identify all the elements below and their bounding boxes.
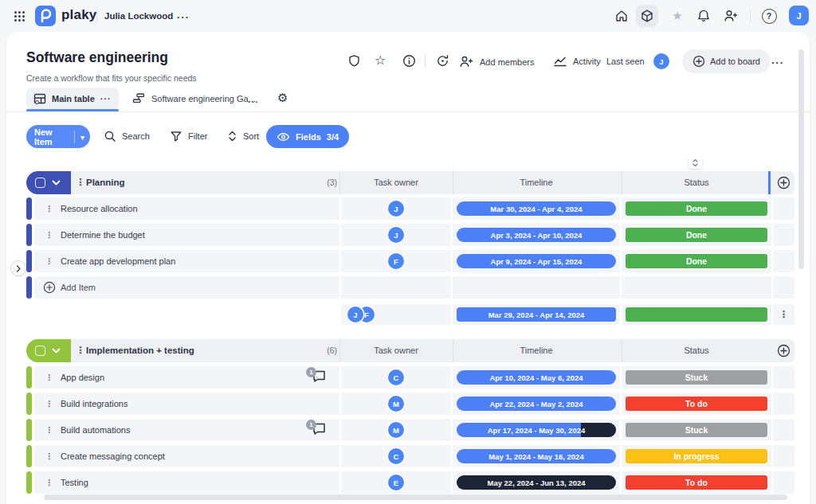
boards-cube-icon[interactable] <box>636 5 658 27</box>
sidebar-expand-button[interactable] <box>10 260 26 276</box>
drag-handle-icon[interactable] <box>45 398 53 409</box>
add-to-board-button[interactable]: Add to board <box>682 49 771 73</box>
tab-gantt[interactable]: Software engineering Ga... <box>132 92 256 104</box>
favorites-star-icon[interactable] <box>666 5 688 27</box>
item-name[interactable]: Create app development plan <box>61 256 175 266</box>
owner-avatar[interactable]: C <box>388 369 404 385</box>
logo-wordmark[interactable]: plaky <box>61 7 96 23</box>
column-header-status[interactable]: Status <box>622 346 771 355</box>
owner-avatar[interactable]: C <box>388 448 404 464</box>
board-more-button[interactable] <box>771 55 784 69</box>
timeline-pill[interactable]: Apr 22, 2024 - May 2, 2024 <box>457 397 616 411</box>
filter-button[interactable]: Filter <box>170 130 207 143</box>
board-title[interactable]: Software engineering <box>26 49 168 66</box>
drag-handle-icon[interactable] <box>45 372 53 383</box>
add-column-button[interactable] <box>773 339 794 362</box>
status-pill[interactable]: Stuck <box>626 370 767 385</box>
column-sort-control[interactable] <box>688 157 702 169</box>
owner-avatar[interactable]: J <box>388 201 404 217</box>
comment-icon[interactable]: 1 <box>309 369 330 386</box>
column-header-status[interactable]: Status <box>622 178 771 187</box>
item-name[interactable]: Build integrations <box>61 399 128 408</box>
add-column-button[interactable] <box>773 171 794 194</box>
drag-handle-icon[interactable] <box>76 177 85 188</box>
add-members-button[interactable]: Add members <box>459 55 534 68</box>
favorite-board-star-icon[interactable] <box>375 53 386 68</box>
column-header-task-owner[interactable]: Task owner <box>341 178 451 187</box>
tab-main-table[interactable]: Main table <box>26 88 119 110</box>
add-item-row[interactable]: Add Item <box>26 276 794 299</box>
drag-handle-icon[interactable] <box>45 256 53 267</box>
search-button[interactable]: Search <box>104 130 150 143</box>
invite-member-icon[interactable] <box>720 5 742 27</box>
timeline-pill[interactable]: May 1, 2024 - May 16, 2024 <box>457 449 616 463</box>
timeline-pill[interactable]: Apr 3, 2024 - Apr 10, 2024 <box>457 228 616 242</box>
group-checkbox[interactable] <box>35 178 45 188</box>
timeline-pill[interactable]: Mar 30, 2024 - Apr 4, 2024 <box>457 201 616 216</box>
summary-timeline-pill[interactable]: Mar 29, 2024 - Apr 14, 2024 <box>457 307 616 322</box>
apps-grid-icon[interactable] <box>14 10 26 22</box>
user-avatar[interactable]: J <box>789 6 809 25</box>
home-icon[interactable] <box>610 5 633 27</box>
help-icon[interactable] <box>758 5 780 27</box>
group-checkbox[interactable] <box>35 346 45 356</box>
status-pill[interactable]: In progress <box>626 449 767 463</box>
tab-more-icon[interactable] <box>100 94 112 104</box>
group-collapse-control[interactable] <box>26 171 71 194</box>
owner-avatar[interactable]: E <box>388 475 404 490</box>
owner-avatar[interactable]: J <box>388 227 404 243</box>
item-name[interactable]: Resource allocation <box>61 204 138 213</box>
horizontal-scrollbar[interactable] <box>44 494 787 500</box>
group-collapse-control[interactable] <box>26 339 71 362</box>
summary-status-bar[interactable] <box>626 307 767 322</box>
drag-handle-icon[interactable] <box>45 424 53 436</box>
kebab-menu-icon[interactable] <box>779 309 789 320</box>
add-item-label[interactable]: Add Item <box>61 283 96 292</box>
activity-button[interactable]: Activity <box>553 55 601 68</box>
table-row[interactable]: Testing E May 22, 2024 - Jun 13, 2024 To… <box>26 471 794 494</box>
sync-icon[interactable] <box>435 53 450 68</box>
group-name[interactable]: Planning <box>86 178 125 187</box>
shield-icon[interactable] <box>347 54 361 68</box>
drag-handle-icon[interactable] <box>45 451 53 462</box>
owner-avatar[interactable]: J <box>347 307 363 322</box>
timeline-pill[interactable]: Apr 10, 2024 - May 6, 2024 <box>457 370 616 385</box>
workspace-name[interactable]: Julia Lockwood <box>104 11 173 21</box>
vertical-scrollbar[interactable] <box>798 49 804 269</box>
views-settings-button[interactable] <box>277 91 288 105</box>
status-pill[interactable]: To do <box>626 397 767 411</box>
info-icon[interactable] <box>402 54 416 68</box>
status-pill[interactable]: To do <box>626 475 767 490</box>
new-item-button[interactable]: New Item <box>26 125 90 148</box>
item-name[interactable]: Determine the budget <box>61 230 145 240</box>
owner-avatar[interactable]: F <box>388 253 404 269</box>
timeline-pill[interactable]: May 22, 2024 - Jun 13, 2024 <box>457 475 616 490</box>
plaky-logo-icon[interactable] <box>35 6 56 26</box>
drag-handle-icon[interactable] <box>45 477 53 488</box>
table-row[interactable]: Build automations 1 M Apr 17, 2024 - May… <box>26 419 794 441</box>
tab-gantt-more-icon[interactable] <box>248 94 259 108</box>
timeline-pill[interactable]: Apr 9, 2024 - Apr 15, 2024 <box>457 254 616 268</box>
table-row[interactable]: Create messaging concept C May 1, 2024 -… <box>26 445 794 467</box>
timeline-pill[interactable]: Apr 17, 2024 - May 30, 2024 <box>457 423 616 437</box>
column-header-timeline[interactable]: Timeline <box>453 346 620 355</box>
item-name[interactable]: App design <box>61 373 104 382</box>
chevron-down-icon[interactable] <box>75 132 90 142</box>
owner-avatar[interactable]: M <box>388 396 404 412</box>
table-row[interactable]: Build integrations M Apr 22, 2024 - May … <box>26 393 794 415</box>
sort-button[interactable]: Sort <box>227 130 259 143</box>
last-seen-avatar[interactable]: J <box>653 53 669 69</box>
status-pill[interactable]: Stuck <box>626 423 767 437</box>
drag-handle-icon[interactable] <box>45 203 53 214</box>
column-header-task-owner[interactable]: Task owner <box>341 346 451 355</box>
drag-handle-icon[interactable] <box>76 345 85 356</box>
fields-button[interactable]: Fields 3/4 <box>266 125 349 148</box>
table-row[interactable]: App design 1 C Apr 10, 2024 - May 6, 202… <box>26 366 794 389</box>
table-row[interactable]: Resource allocation J Mar 30, 2024 - Apr… <box>26 197 794 220</box>
table-row[interactable]: Create app development plan F Apr 9, 202… <box>26 250 794 272</box>
status-pill[interactable]: Done <box>626 228 767 242</box>
item-name[interactable]: Build automations <box>61 425 130 435</box>
table-row[interactable]: Determine the budget J Apr 3, 2024 - Apr… <box>26 224 794 246</box>
status-pill[interactable]: Done <box>626 201 767 216</box>
drag-handle-icon[interactable] <box>45 229 53 240</box>
